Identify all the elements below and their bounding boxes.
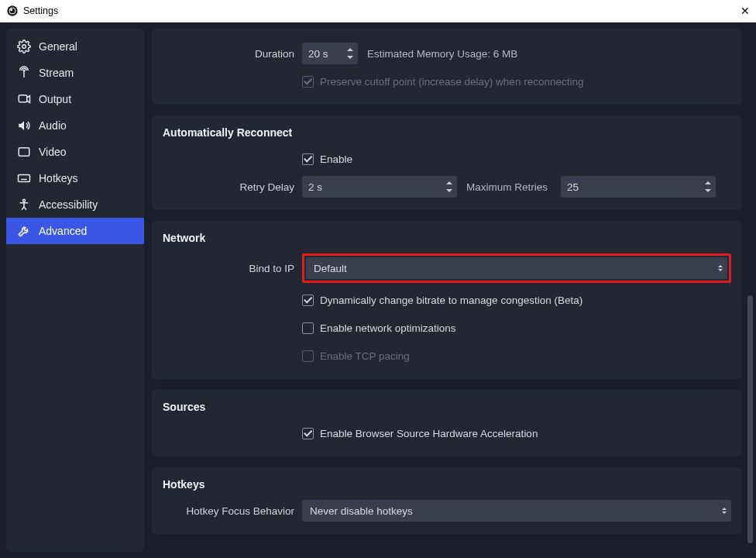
duration-input[interactable]: 20 s [302,43,358,64]
bind-ip-value: Default [314,263,347,274]
sidebar-item-label: Audio [39,119,67,132]
duration-label: Duration [163,48,302,60]
sidebar-item-accessibility[interactable]: Accessibility [6,191,144,218]
checkbox-icon [302,350,314,362]
sidebar-item-label: Video [39,146,67,158]
settings-content: Duration 20 s Estimated Memory Usage: 6 … [152,29,753,552]
sidebar-item-label: General [39,40,77,53]
panel-stream-delay: Duration 20 s Estimated Memory Usage: 6 … [152,29,742,105]
panel-sources: Sources Enable Browser Source Hardware A… [152,390,742,456]
checkbox-icon [302,322,314,334]
accessibility-icon [17,198,31,212]
sidebar-item-label: Output [39,93,71,105]
svg-rect-8 [19,175,30,182]
titlebar: Settings ✕ [0,0,756,22]
checkbox-icon [302,153,314,165]
content-scrollbar[interactable] [747,32,753,549]
checkbox-icon [302,76,314,88]
video-icon [17,145,31,159]
sidebar-item-general[interactable]: General [6,33,144,60]
reconnect-enable-checkbox[interactable]: Enable [302,153,352,165]
hotkey-focus-value: Never disable hotkeys [310,505,413,517]
sidebar-item-label: Stream [39,67,74,79]
sidebar-item-video[interactable]: Video [6,139,144,165]
panel-network: Network Bind to IP Default [152,221,742,379]
sidebar-item-advanced[interactable]: Advanced [6,218,144,244]
sidebar-item-audio[interactable]: Audio [6,112,144,139]
tcp-pacing-checkbox: Enable TCP pacing [302,350,410,362]
output-icon [17,92,31,106]
svg-rect-7 [19,148,29,157]
checkbox-label: Enable Browser Source Hardware Accelerat… [320,428,538,439]
max-retries-input[interactable]: 25 [561,176,716,198]
panel-title: Automatically Reconnect [163,126,731,139]
bind-ip-select[interactable]: Default [306,257,727,279]
svg-point-2 [10,9,12,11]
retry-delay-label: Retry Delay [163,181,302,193]
memory-estimate: Estimated Memory Usage: 6 MB [367,48,517,60]
scrollbar-thumb[interactable] [747,295,753,543]
app-logo-icon [6,5,19,17]
spinner-icon[interactable] [344,44,356,63]
checkbox-icon [302,294,314,306]
panel-auto-reconnect: Automatically Reconnect Enable Retry Del… [152,115,742,210]
panel-hotkeys: Hotkeys Hotkey Focus Behavior Never disa… [152,467,742,534]
sidebar-item-hotkeys[interactable]: Hotkeys [6,165,144,191]
hotkey-focus-select[interactable]: Never disable hotkeys [302,500,731,522]
sidebar-item-output[interactable]: Output [6,86,144,112]
checkbox-label: Enable [320,153,352,165]
svg-point-14 [23,199,26,202]
sidebar-item-stream[interactable]: Stream [6,60,144,86]
panel-title: Network [163,232,731,244]
retry-delay-input[interactable]: 2 s [302,176,457,198]
app-body: General Stream Output Audio Video Hotkey… [0,22,756,558]
antenna-icon [17,66,31,80]
chevron-updown-icon [718,265,723,271]
spinner-icon[interactable] [702,177,714,196]
retry-delay-value: 2 s [308,181,322,193]
checkbox-label: Enable TCP pacing [320,350,410,362]
max-retries-value: 25 [567,181,579,193]
sidebar-item-label: Accessibility [39,198,98,211]
preserve-cutoff-checkbox: Preserve cutoff point (increase delay) w… [302,76,583,88]
checkbox-label: Enable network optimizations [320,322,456,334]
bind-ip-highlight: Default [302,253,731,283]
max-retries-label: Maximum Retries [466,181,552,193]
network-optimizations-checkbox[interactable]: Enable network optimizations [302,322,456,334]
spinner-icon[interactable] [443,177,455,196]
chevron-updown-icon [722,508,727,514]
sidebar-item-label: Hotkeys [39,172,78,184]
close-icon[interactable]: ✕ [719,5,750,17]
svg-rect-6 [19,95,27,102]
sidebar-item-label: Advanced [39,225,87,237]
gear-icon [17,40,31,53]
svg-point-3 [22,45,26,49]
dynamic-bitrate-checkbox[interactable]: Dynamically change bitrate to manage con… [302,294,582,306]
svg-point-0 [7,5,17,16]
panel-title: Sources [163,401,731,413]
checkbox-icon [302,428,314,439]
browser-accel-checkbox[interactable]: Enable Browser Source Hardware Accelerat… [302,428,538,439]
keyboard-icon [17,171,31,185]
checkbox-label: Dynamically change bitrate to manage con… [320,294,582,306]
tools-icon [17,224,31,238]
panel-title: Hotkeys [163,478,731,491]
audio-icon [17,119,31,133]
window-title: Settings [23,5,719,16]
bind-ip-label: Bind to IP [163,263,302,274]
duration-value: 20 s [308,48,328,60]
settings-sidebar: General Stream Output Audio Video Hotkey… [6,29,144,552]
svg-point-4 [23,70,25,71]
checkbox-label: Preserve cutoff point (increase delay) w… [320,76,583,88]
hotkey-focus-label: Hotkey Focus Behavior [163,505,302,517]
